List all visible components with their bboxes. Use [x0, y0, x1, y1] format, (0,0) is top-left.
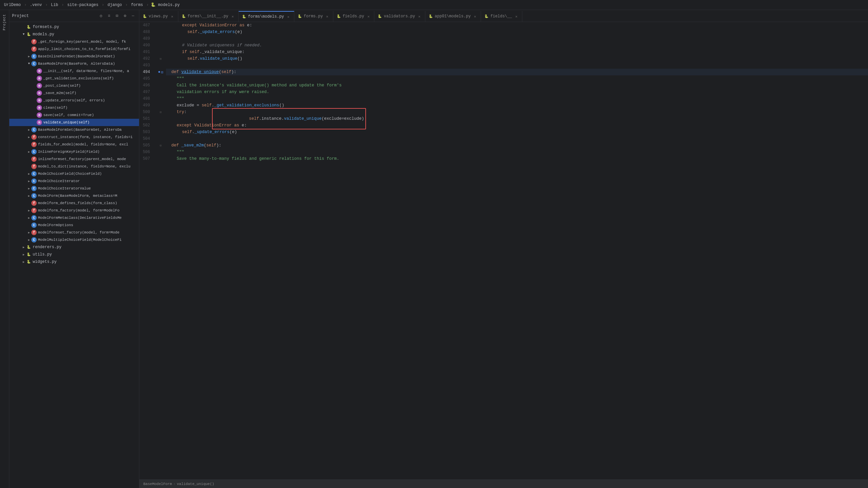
tree-label: _post_clean(self) [43, 84, 81, 88]
fold-icon-500[interactable]: ⊟ [160, 110, 161, 114]
tree-label: _get_validation_exclusions(self) [43, 76, 114, 80]
c-icon: C [31, 178, 37, 184]
tab-fields[interactable]: 🐍 fields.py ✕ [333, 11, 375, 22]
line-num-496: 496 [140, 82, 153, 89]
tab-label: forms\models.py [248, 15, 284, 19]
breadcrumb-site-packages[interactable]: site-packages [66, 2, 100, 8]
py-icon: 🐍 [26, 24, 31, 30]
c-icon: C [31, 127, 37, 133]
tree-label: modelform_factory(model, form=ModelFo [38, 208, 119, 212]
tree-item-utils[interactable]: ▶ 🐍 utils.py [9, 251, 139, 258]
tab-views[interactable]: 🐍 views.py ✕ [140, 11, 178, 22]
tree-item-post-clean[interactable]: m _post_clean(self) [9, 82, 139, 89]
tree-label: ModelMultipleChoiceField(ModelChoiceFi [38, 238, 122, 242]
code-line-498: """ [166, 95, 868, 102]
f-icon: f [31, 46, 37, 52]
tab-py-icon: 🐍 [484, 15, 488, 18]
panel-title: Project [12, 14, 96, 18]
gutter-506 [157, 149, 165, 155]
tree-item-model-to-dict[interactable]: f model_to_dict(instance, fields=None, e… [9, 163, 139, 170]
tree-item-get-validation[interactable]: m _get_validation_exclusions(self) [9, 75, 139, 82]
panel-scope-btn[interactable]: ◎ [98, 13, 104, 19]
fold-icon-494[interactable]: ⊟ [161, 70, 163, 75]
tab-close-views[interactable]: ✕ [170, 14, 175, 19]
tree-item-modelchoiceiterator[interactable]: ▶ C ModelChoiceIterator [9, 177, 139, 185]
breadcrumb-forms[interactable]: forms [130, 2, 144, 8]
m-icon: m [37, 112, 42, 118]
side-strip: Project [0, 10, 9, 488]
code-line-506: """ [166, 149, 868, 155]
line-num-501: 501 [140, 115, 153, 122]
tree-item-inlineformset-factory[interactable]: f inlineformset_factory(parent_model, mo… [9, 155, 139, 163]
line-num-498: 498 [140, 95, 153, 102]
tree-item-baseinlineformset[interactable]: ▶ C BaseInlineFormSet(BaseModelFormSet) [9, 53, 139, 60]
tree-item-init[interactable]: m __init__(self, data=None, files=None, … [9, 67, 139, 75]
tree-item-clean[interactable]: m clean(self) [9, 104, 139, 111]
tree-item-renderers[interactable]: ▶ 🐍 renderers.py [9, 243, 139, 251]
tab-close-forms-init[interactable]: ✕ [230, 14, 235, 19]
tree-item-validate-unique[interactable]: m validate_unique(self) [9, 119, 139, 126]
code-line-490: # Validate uniqueness if needed. [166, 42, 868, 49]
breakpoint-494[interactable]: ● [158, 70, 160, 75]
gutter-497 [157, 89, 165, 95]
tab-app01-models[interactable]: 🐍 app01\models.py ✕ [425, 11, 481, 22]
tree-item-modelchoicefield[interactable]: ▶ C ModelChoiceField(ChoiceField) [9, 170, 139, 177]
tree-item-modelform-defines-fields[interactable]: f modelform_defines_fields(form_class) [9, 199, 139, 207]
breadcrumb-urldemo[interactable]: UrlDemo [3, 2, 22, 8]
tree-item-modelchoiceiteratorvalue[interactable]: ▶ C ModelChoiceIteratorValue [9, 185, 139, 192]
tab-close-fields2[interactable]: ✕ [514, 14, 519, 19]
tab-close-forms-models[interactable]: ✕ [286, 15, 291, 19]
tree-item-modelform[interactable]: ▶ C ModelForm(BaseModelForm, metaclass=M [9, 192, 139, 199]
tree-item-modelform-factory[interactable]: ▶ f modelform_factory(model, form=ModelF… [9, 207, 139, 214]
tree-item-inlineforeignkey[interactable]: ▶ C InlineForeignKeyField(Field) [9, 148, 139, 155]
tree-item-basemodelform[interactable]: ▼ C BaseModelForm(BaseForm, AltersData) [9, 60, 139, 67]
tree-item-modelformmetaclass[interactable]: ▶ C ModelFormMetaclass(DeclarativeFields… [9, 214, 139, 222]
panel-collapse-btn[interactable]: ⊟ [114, 13, 120, 19]
tree-label: ModelChoiceField(ChoiceField) [38, 172, 102, 176]
tab-label: fields.py [343, 14, 364, 19]
tree-item-modelformoptions[interactable]: C ModelFormOptions [9, 222, 139, 229]
tree-label: _get_foreign_key(parent_model, model, fk [38, 40, 126, 44]
tab-forms[interactable]: 🐍 forms.py ✕ [294, 11, 333, 22]
tree-item-models[interactable]: ▼ 🐍 models.py [9, 31, 139, 38]
m-icon: m [37, 76, 42, 81]
project-label: Project [3, 14, 6, 30]
tree-item-formsets[interactable]: 🐍 formsets.py [9, 23, 139, 31]
tree-item-get-foreign-key[interactable]: f _get_foreign_key(parent_model, model, … [9, 38, 139, 46]
tree-item-modelformset-factory[interactable]: ▶ f modelformset_factory(model, form=Mod… [9, 229, 139, 236]
breadcrumb-venv[interactable]: .venv [29, 2, 43, 8]
fold-icon-492[interactable]: ⊟ [160, 57, 161, 61]
code-content[interactable]: except ValidationError as e: self._updat… [165, 22, 868, 479]
tab-close-forms[interactable]: ✕ [325, 14, 330, 19]
tree-item-widgets[interactable]: ▶ 🐍 widgets.py [9, 258, 139, 265]
tree-label: BaseModelFormSet(BaseFormSet, AltersDa [38, 128, 122, 132]
tree-item-modelmultiplechoicefield[interactable]: ▶ C ModelMultipleChoiceField(ModelChoice… [9, 236, 139, 243]
tree-item-fields-for-model[interactable]: f fields_for_model(model, fields=None, e… [9, 141, 139, 148]
tree-item-basemodelformset[interactable]: ▶ C BaseModelFormSet(BaseFormSet, Alters… [9, 126, 139, 134]
c-icon: C [31, 223, 37, 228]
tab-close-validators[interactable]: ✕ [417, 14, 422, 19]
tree-label: widgets.py [33, 259, 57, 264]
tab-forms-init[interactable]: 🐍 forms\__init__.py ✕ [178, 11, 239, 22]
gutter-494[interactable]: ● ⊟ [157, 69, 165, 76]
panel-hide-btn[interactable]: — [130, 13, 136, 19]
breadcrumb-lib[interactable]: Lib [50, 2, 60, 8]
tab-validators[interactable]: 🐍 validators.py ✕ [374, 11, 425, 22]
tab-forms-models[interactable]: 🐍 forms\models.py ✕ [239, 11, 294, 22]
tree-item-save[interactable]: m save(self, commit=True) [9, 111, 139, 119]
panel-expand-btn[interactable]: ≡ [106, 13, 112, 19]
tab-close-fields[interactable]: ✕ [366, 14, 371, 19]
tab-bar: 🐍 views.py ✕ 🐍 forms\__init__.py ✕ 🐍 for… [140, 10, 868, 22]
f-icon: f [31, 164, 37, 169]
breadcrumb-models-py[interactable]: 🐍 models.py [151, 2, 180, 7]
breadcrumb-django[interactable]: django [106, 2, 123, 8]
tree-item-construct-instance[interactable]: ▶ f construct_instance(form, instance, f… [9, 134, 139, 141]
tree-item-update-errors[interactable]: m _update_errors(self, errors) [9, 97, 139, 104]
tab-fields2[interactable]: 🐍 fields\__ ✕ [481, 11, 522, 22]
code-line-493 [166, 62, 868, 69]
tree-item-save-m2m[interactable]: m _save_m2m(self) [9, 89, 139, 97]
tab-close-app01-models[interactable]: ✕ [473, 14, 477, 19]
panel-settings-btn[interactable]: ⚙ [122, 13, 128, 19]
fold-icon-505[interactable]: ⊟ [160, 144, 161, 147]
tree-item-apply-limit[interactable]: f apply_limit_choices_to_to_formfield(fo… [9, 46, 139, 53]
